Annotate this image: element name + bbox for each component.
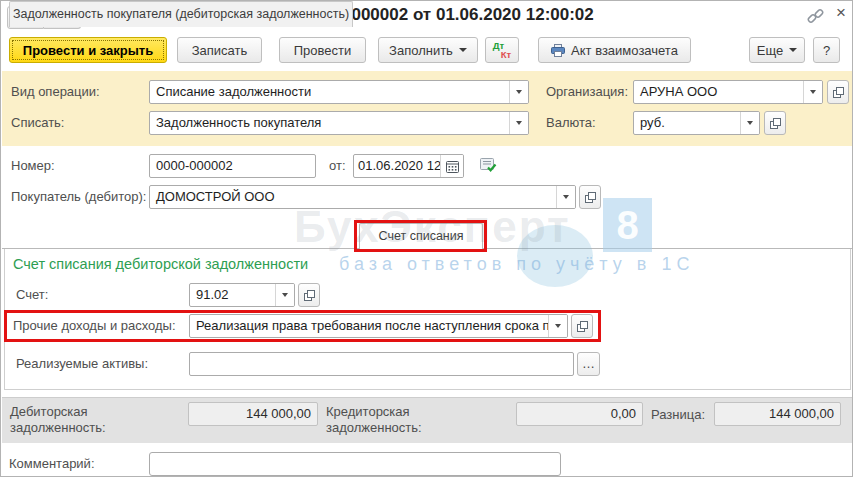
- date-value: 01.06.2020 12:00:02: [354, 155, 440, 177]
- expense-item-label: Прочие доходы и расходы:: [13, 314, 176, 338]
- currency-value: руб.: [634, 112, 740, 134]
- printer-icon: [551, 44, 565, 57]
- currency-select[interactable]: руб.: [633, 111, 760, 135]
- operation-value: Списание задолженности: [150, 81, 509, 103]
- operation-label: Вид операции:: [11, 80, 100, 104]
- comment-label: Комментарий:: [9, 452, 95, 476]
- debtor-select[interactable]: ДОМОСТРОЙ ООО: [149, 185, 576, 209]
- dropdown-arrow-icon[interactable]: [556, 186, 575, 208]
- date-prefix-label: от:: [329, 154, 346, 178]
- currency-label: Валюта:: [546, 111, 596, 135]
- save-button[interactable]: Записать: [177, 37, 262, 63]
- operation-select[interactable]: Списание задолженности: [149, 80, 529, 104]
- help-button[interactable]: ?: [813, 37, 840, 63]
- account-select[interactable]: 91.02: [189, 283, 295, 307]
- link-icon[interactable]: [807, 8, 825, 26]
- fill-label: Заполнить: [389, 43, 453, 58]
- receivable-total: 144 000,00: [188, 402, 318, 426]
- section-header: Счет списания дебиторской задолженности: [13, 256, 308, 272]
- assets-value: [190, 353, 573, 375]
- dropdown-arrow-icon[interactable]: [509, 112, 528, 134]
- more-label: Еще: [757, 43, 783, 58]
- calendar-icon[interactable]: [440, 155, 463, 177]
- date-input[interactable]: 01.06.2020 12:00:02: [353, 154, 464, 178]
- expense-item-value: Реализация права требования после наступ…: [190, 315, 548, 337]
- organization-value: АРУНА ООО: [634, 81, 803, 103]
- account-value: 91.02: [190, 284, 275, 306]
- expense-item-open-button[interactable]: [571, 314, 593, 338]
- writeoff-select[interactable]: Задолженность покупателя: [149, 111, 529, 135]
- assets-input[interactable]: [189, 352, 574, 376]
- assets-choose-button[interactable]: …: [577, 352, 600, 376]
- open-form-icon: [304, 290, 315, 301]
- assets-label: Реализуемые активы:: [16, 352, 148, 376]
- number-label: Номер:: [11, 154, 55, 178]
- dropdown-arrow-icon[interactable]: [548, 315, 567, 337]
- offset-act-label: Акт взаимозачета: [571, 43, 678, 58]
- posted-status-icon: [479, 156, 497, 178]
- debt-adjustment-window: ← → ☆ Корректировка долга 0000-000002 от…: [0, 0, 853, 477]
- number-input[interactable]: 0000-000002: [149, 154, 316, 178]
- account-open-button[interactable]: [298, 283, 320, 307]
- open-form-icon: [577, 321, 588, 332]
- number-value: 0000-000002: [150, 155, 315, 177]
- organization-select[interactable]: АРУНА ООО: [633, 80, 823, 104]
- difference-label: Разница:: [651, 407, 705, 423]
- comment-value: [150, 453, 560, 475]
- offset-act-button[interactable]: Акт взаимозачета: [538, 37, 691, 63]
- chevron-down-icon: [789, 48, 797, 52]
- dropdown-arrow-icon[interactable]: [509, 81, 528, 103]
- post-button[interactable]: Провести: [279, 37, 366, 63]
- writeoff-label: Списать:: [11, 111, 64, 135]
- help-label: ?: [823, 43, 830, 58]
- open-form-icon: [770, 118, 781, 129]
- post-label: Провести: [294, 43, 352, 58]
- payable-total: 0,00: [516, 402, 643, 426]
- debtor-open-button[interactable]: [579, 185, 601, 209]
- writeoff-value: Задолженность покупателя: [150, 112, 509, 134]
- debtor-label: Покупатель (дебитор):: [11, 185, 146, 209]
- more-button[interactable]: Еще: [749, 37, 805, 63]
- difference-total: 144 000,00: [714, 402, 841, 426]
- currency-open-button[interactable]: [764, 111, 786, 135]
- show-postings-button[interactable]: ДтКт: [485, 37, 519, 63]
- account-label: Счет:: [16, 283, 48, 307]
- chevron-down-icon: [459, 48, 467, 52]
- expense-item-select[interactable]: Реализация права требования после наступ…: [189, 314, 568, 338]
- save-label: Записать: [192, 43, 248, 58]
- dropdown-arrow-icon[interactable]: [740, 112, 759, 134]
- payable-label: Кредиторская задолженность:: [326, 404, 444, 436]
- dropdown-arrow-icon[interactable]: [803, 81, 822, 103]
- organization-label: Организация:: [546, 80, 628, 104]
- open-form-icon: [833, 87, 844, 98]
- dropdown-arrow-icon[interactable]: [275, 284, 294, 306]
- organization-open-button[interactable]: [827, 80, 849, 104]
- close-icon[interactable]: ×: [832, 3, 850, 23]
- comment-input[interactable]: [149, 452, 561, 476]
- receivable-label: Дебиторская задолженность:: [10, 404, 140, 436]
- ellipsis-icon: …: [582, 359, 595, 369]
- fill-button[interactable]: Заполнить: [378, 37, 478, 63]
- tab-writeoff-account[interactable]: Счет списания: [359, 223, 483, 250]
- tab-debtor-debt[interactable]: Задолженность покупателя (дебиторская за…: [9, 1, 353, 27]
- open-form-icon: [585, 192, 596, 203]
- dt-kt-icon: ДтКт: [493, 41, 511, 59]
- post-and-close-label: Провести и закрыть: [23, 43, 153, 58]
- post-and-close-button[interactable]: Провести и закрыть: [9, 37, 167, 63]
- debtor-value: ДОМОСТРОЙ ООО: [150, 186, 556, 208]
